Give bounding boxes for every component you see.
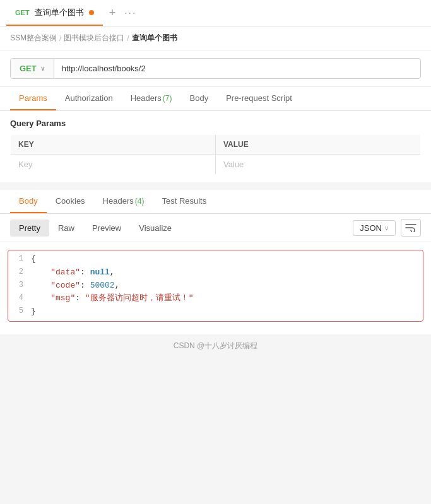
col-header-key: KEY bbox=[11, 135, 216, 155]
resp-tab-test-results[interactable]: Test Results bbox=[153, 190, 215, 213]
fmt-preview[interactable]: Preview bbox=[83, 220, 130, 237]
code-line-5: 5 } bbox=[8, 305, 423, 319]
method-label: GET bbox=[20, 64, 37, 73]
resp-tab-headers[interactable]: Headers(4) bbox=[94, 190, 153, 213]
key-input-cell[interactable]: Key bbox=[11, 155, 216, 175]
tab-headers[interactable]: Headers(7) bbox=[122, 87, 181, 110]
line-number-3: 3 bbox=[8, 279, 31, 291]
key-data: "data" bbox=[50, 267, 80, 277]
resp-tab-cookies[interactable]: Cookies bbox=[47, 190, 94, 213]
table-row: Key Value bbox=[11, 155, 421, 175]
breadcrumb-current: 查询单个图书 bbox=[132, 33, 177, 44]
tab-body[interactable]: Body bbox=[181, 87, 218, 110]
breadcrumb-part-1[interactable]: SSM整合案例 bbox=[10, 33, 57, 44]
wrap-button[interactable] bbox=[401, 219, 421, 237]
footer: CSDN @十八岁讨厌编程 bbox=[0, 334, 431, 358]
breadcrumb-part-2[interactable]: 图书模块后台接口 bbox=[64, 33, 124, 44]
line-5-content: } bbox=[31, 305, 423, 319]
response-tabs: Body Cookies Headers(4) Test Results bbox=[0, 190, 431, 214]
tab-bar: GET 查询单个图书 + ··· bbox=[0, 0, 431, 26]
line-number-4: 4 bbox=[8, 292, 31, 304]
val-input-cell[interactable]: Value bbox=[216, 155, 421, 175]
breadcrumb: SSM整合案例 / 图书模块后台接口 / 查询单个图书 bbox=[0, 26, 431, 50]
resp-tab-body[interactable]: Body bbox=[10, 190, 47, 213]
response-code-area: 1 { 2 "data": null, 3 "code": 50002, bbox=[0, 242, 431, 334]
new-tab-button[interactable]: + bbox=[103, 6, 122, 20]
request-tabs: Params Authorization Headers(7) Body Pre… bbox=[0, 87, 431, 111]
fmt-visualize[interactable]: Visualize bbox=[130, 220, 180, 237]
format-right-controls: JSON ∨ bbox=[353, 219, 421, 237]
val-code: 50002 bbox=[90, 281, 115, 290]
query-params-table: KEY VALUE Key Value bbox=[10, 134, 421, 175]
url-bar-section: GET ∨ bbox=[0, 50, 431, 87]
line-1-content: { bbox=[31, 253, 423, 266]
line-4-content: "msg": "服务器访问超时，请重试！" bbox=[31, 292, 423, 305]
params-section: Query Params KEY VALUE Key Value bbox=[0, 111, 431, 182]
url-bar: GET ∨ bbox=[10, 58, 421, 79]
close-brace: } bbox=[31, 307, 36, 316]
format-bar: Pretty Raw Preview Visualize JSON ∨ bbox=[0, 214, 431, 242]
response-section: Body Cookies Headers(4) Test Results Pre… bbox=[0, 190, 431, 334]
active-tab[interactable]: GET 查询单个图书 bbox=[6, 0, 103, 26]
section-divider bbox=[0, 182, 431, 190]
line-2-content: "data": null, bbox=[31, 266, 423, 279]
open-brace: { bbox=[31, 254, 36, 264]
val-null: null bbox=[90, 267, 110, 277]
fmt-raw[interactable]: Raw bbox=[49, 220, 83, 237]
footer-text: CSDN @十八岁讨厌编程 bbox=[174, 341, 258, 350]
json-format-selector[interactable]: JSON ∨ bbox=[353, 220, 396, 236]
line-number-1: 1 bbox=[8, 253, 31, 265]
query-params-title: Query Params bbox=[10, 119, 421, 128]
line-number-5: 5 bbox=[8, 305, 31, 317]
code-line-1: 1 { bbox=[8, 253, 423, 266]
tab-unsaved-dot bbox=[89, 10, 94, 15]
fmt-pretty[interactable]: Pretty bbox=[10, 220, 49, 237]
method-chevron: ∨ bbox=[40, 65, 45, 72]
method-selector[interactable]: GET ∨ bbox=[11, 59, 54, 78]
code-line-4: 4 "msg": "服务器访问超时，请重试！" bbox=[8, 292, 423, 305]
tab-pre-request[interactable]: Pre-request Script bbox=[217, 87, 301, 110]
key-msg: "msg" bbox=[50, 293, 75, 303]
line-3-content: "code": 50002, bbox=[31, 279, 423, 293]
col-header-value: VALUE bbox=[216, 135, 421, 155]
tab-authorization[interactable]: Authorization bbox=[56, 87, 122, 110]
tab-params[interactable]: Params bbox=[10, 87, 56, 110]
code-line-2: 2 "data": null, bbox=[8, 266, 423, 279]
val-msg: "服务器访问超时，请重试！" bbox=[85, 293, 194, 303]
key-code: "code" bbox=[50, 281, 80, 290]
url-input[interactable] bbox=[54, 59, 420, 78]
tab-title: 查询单个图书 bbox=[35, 7, 84, 18]
code-line-3: 3 "code": 50002, bbox=[8, 279, 423, 293]
breadcrumb-sep-2: / bbox=[127, 34, 129, 43]
tab-method: GET bbox=[15, 9, 30, 16]
line-number-2: 2 bbox=[8, 266, 31, 278]
json-response-border: 1 { 2 "data": null, 3 "code": 50002, bbox=[8, 250, 423, 322]
more-tabs-button[interactable]: ··· bbox=[122, 8, 139, 19]
breadcrumb-sep-1: / bbox=[59, 34, 61, 43]
